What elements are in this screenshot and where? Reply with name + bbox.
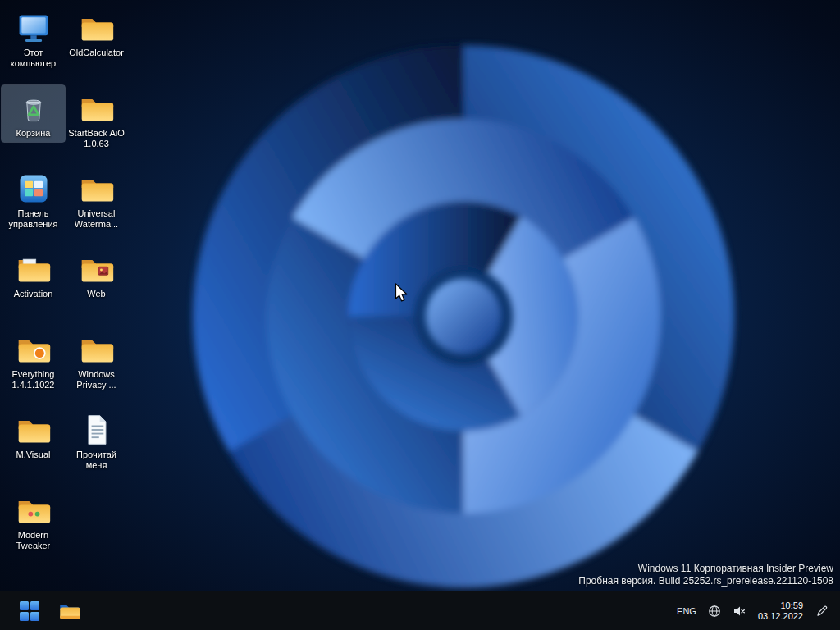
desktop-icon-label: Universal Waterma... [66,208,127,230]
desktop-icon-label: Прочитай меня [66,450,127,471]
folder-tweaker-icon [16,492,52,528]
taskbar: ENG 10:59 03.12.2022 [0,591,840,630]
language-indicator[interactable]: ENG [672,595,701,628]
desktop: Этот компьютер OldCalculator Корзина S [0,0,840,630]
windows-logo-icon [19,600,40,622]
build-watermark: Windows 11 Корпоративная Insider Preview… [578,563,833,587]
desktop-icon-windows-privacy[interactable]: Windows Privacy ... [65,326,128,394]
desktop-icon-grid: Этот компьютер OldCalculator Корзина S [2,5,128,568]
folder-icon [79,10,115,46]
control-panel-icon [16,171,52,207]
desktop-icon-universal-watermark[interactable]: Universal Waterma... [65,166,128,233]
desktop-icon-label: Modern Tweaker [3,530,64,551]
folder-web-icon [79,251,115,287]
desktop-icon-readme[interactable]: Прочитай меня [65,407,128,474]
folder-icon [79,171,115,207]
watermark-line2: Пробная версия. Build 25252.rs_prereleas… [578,575,833,587]
recycle-bin-icon [16,90,52,126]
start-button[interactable] [13,595,46,628]
folder-everything-icon [16,331,52,368]
desktop-icon-label: Этот компьютер [3,48,64,69]
desktop-icon-oldcalculator[interactable]: OldCalculator [65,5,128,62]
desktop-icon-label: Windows Privacy ... [66,369,127,390]
volume-muted-icon[interactable] [728,595,751,628]
network-globe-icon[interactable] [703,595,726,628]
desktop-icon-label: OldCalculator [69,48,124,58]
folder-with-paper-icon [16,251,52,287]
desktop-icon-mvisual[interactable]: M.Visual [2,407,65,463]
file-explorer-icon [58,600,80,622]
desktop-icon-label: StartBack AiO 1.0.63 [66,128,127,149]
desktop-icon-label: Web [87,289,105,299]
computer-icon [16,10,52,46]
folder-icon [79,90,115,126]
desktop-icon-everything[interactable]: Everything 1.4.1.1022 [2,326,65,394]
desktop-icon-control-panel[interactable]: Панель управления [2,166,65,233]
clock[interactable]: 10:59 03.12.2022 [752,599,809,623]
system-tray: ENG 10:59 03.12.2022 [672,595,837,628]
folder-icon [16,412,52,448]
desktop-icon-label: Корзина [16,128,51,139]
desktop-icon-recycle-bin[interactable]: Корзина [2,85,65,142]
clock-date: 03.12.2022 [758,611,803,622]
pen-icon[interactable] [810,595,833,628]
desktop-icon-label: Activation [14,289,53,299]
file-explorer-button[interactable] [52,595,85,628]
desktop-icon-this-pc[interactable]: Этот компьютер [2,5,65,72]
clock-time: 10:59 [758,600,803,611]
taskbar-left [3,595,85,628]
desktop-icon-web[interactable]: Web [65,246,128,303]
desktop-icon-startback[interactable]: StartBack AiO 1.0.63 [65,85,128,153]
desktop-icon-modern-tweaker[interactable]: Modern Tweaker [2,487,65,555]
desktop-icon-label: Everything 1.4.1.1022 [3,369,64,390]
desktop-icon-label: Панель управления [3,208,64,230]
text-file-icon [79,412,115,448]
watermark-line1: Windows 11 Корпоративная Insider Preview [578,563,833,575]
desktop-icon-activation[interactable]: Activation [2,246,65,303]
folder-icon [79,331,115,368]
desktop-icon-label: M.Visual [16,450,51,460]
